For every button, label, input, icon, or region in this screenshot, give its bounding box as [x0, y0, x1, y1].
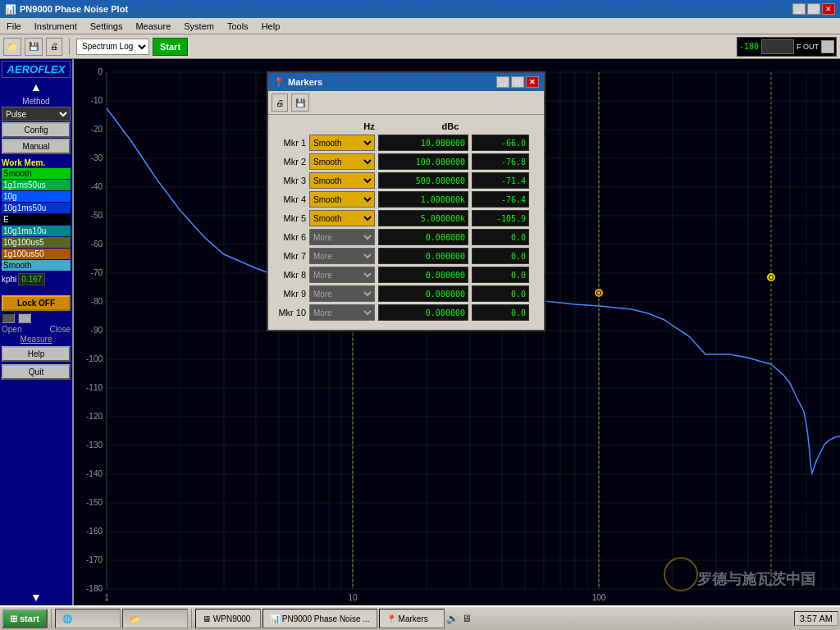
measure-link[interactable]: Measure [2, 335, 71, 344]
marker-3-type[interactable]: Smooth [309, 172, 375, 189]
taskbar-item-ie[interactable]: 🌐 [55, 609, 121, 628]
mem-item-10g1ms10u[interactable]: 10g1ms10u [2, 226, 71, 236]
help-button[interactable]: Help [2, 346, 71, 362]
display-value: -180 [739, 42, 759, 51]
marker-9-label: Mkr 9 [275, 289, 306, 299]
dialog-content: Hz dBc Mkr 1 Smooth Mkr 2 Smooth [268, 115, 544, 330]
svg-text:罗德与施瓦茨中国: 罗德与施瓦茨中国 [697, 571, 815, 587]
marker-5-type[interactable]: Smooth [309, 210, 375, 226]
menu-help[interactable]: Help [255, 20, 287, 33]
menu-instrument[interactable]: Instrument [28, 20, 84, 33]
marker-3-dbc[interactable] [472, 172, 529, 189]
display-extra-btn[interactable] [821, 40, 834, 53]
menu-settings[interactable]: Settings [84, 20, 130, 33]
marker-7-type[interactable]: More [309, 248, 375, 264]
manual-button[interactable]: Manual [2, 139, 71, 154]
open-label[interactable]: Open [2, 325, 21, 334]
toggle-left[interactable] [2, 313, 15, 323]
taskbar: ⊞ start 🌐 📂 🖥 WPN9000 📊 PN9000 Phase Noi… [0, 605, 840, 630]
taskbar-item-explorer[interactable]: 📂 [122, 609, 188, 628]
marker-row-3: Mkr 3 Smooth [275, 172, 537, 189]
start-button[interactable]: Start [153, 38, 188, 56]
marker-7-hz[interactable] [378, 248, 468, 264]
marker-5-dbc[interactable] [472, 210, 529, 226]
marker-8-label: Mkr 8 [275, 270, 306, 280]
dialog-maximize[interactable]: □ [511, 76, 524, 88]
dialog-minimize[interactable]: _ [496, 76, 509, 88]
spacer [2, 286, 71, 291]
marker-10-dbc[interactable] [472, 304, 529, 321]
folder-icon: 📂 [130, 614, 139, 623]
marker-8-dbc[interactable] [472, 267, 529, 283]
display-color-box [761, 39, 794, 54]
tray-icon-1: 🔊 [446, 613, 459, 624]
markers-dialog: 📍 Markers _ □ ✕ 🖨 💾 Hz dBc [267, 71, 546, 331]
marker-6-hz[interactable] [378, 229, 468, 245]
toolbar-btn-3[interactable]: 🖨 [46, 38, 62, 56]
method-select[interactable]: Pulse [2, 107, 71, 121]
minimize-button[interactable]: _ [792, 3, 806, 15]
taskbar-item-markers[interactable]: 📍 Markers [379, 609, 445, 628]
marker-2-type[interactable]: Smooth [309, 153, 375, 170]
mem-item-e[interactable]: E [2, 214, 71, 225]
marker-1-dbc[interactable] [472, 135, 529, 151]
mem-item-1g1ms50us[interactable]: 1g1ms50us [2, 180, 71, 190]
mem-item-10g[interactable]: 10g [2, 191, 71, 202]
marker-1-hz[interactable] [378, 135, 468, 151]
marker-9-hz[interactable] [378, 285, 468, 302]
dialog-close[interactable]: ✕ [526, 76, 539, 88]
marker-1-type[interactable]: Smooth [309, 135, 375, 151]
dbc-column-header: dBc [418, 121, 483, 131]
marker-6-label: Mkr 6 [275, 232, 306, 242]
marker-6-dbc[interactable] [472, 229, 529, 245]
mem-item-smooth2[interactable]: Smooth [2, 260, 71, 271]
mem-item-1g100us50[interactable]: 1g100us50 [2, 249, 71, 259]
close-button[interactable]: ✕ [822, 3, 835, 15]
marker-10-type[interactable]: More [309, 304, 375, 321]
marker-2-dbc[interactable] [472, 153, 529, 170]
menu-tools[interactable]: Tools [221, 20, 255, 33]
marker-1-label: Mkr 1 [275, 138, 306, 148]
main-title: 📊 PN9000 Phase Noise Plot [5, 4, 128, 15]
marker-3-hz[interactable] [378, 172, 468, 189]
marker-9-dbc[interactable] [472, 285, 529, 302]
svg-text:-120: -120 [86, 412, 103, 421]
toggle-right[interactable] [18, 313, 31, 323]
menu-system[interactable]: System [177, 20, 221, 33]
marker-6-type[interactable]: More [309, 229, 375, 245]
taskbar-item-pn9000[interactable]: 📊 PN9000 Phase Noise ... [262, 609, 377, 628]
mem-item-10g100us5[interactable]: 10g100us5 [2, 237, 71, 248]
menu-measure[interactable]: Measure [129, 20, 177, 33]
lock-button[interactable]: Lock OFF [2, 295, 71, 311]
svg-text:-10: -10 [91, 96, 103, 105]
marker-5-hz[interactable] [378, 210, 468, 226]
dialog-save-button[interactable]: 💾 [291, 94, 309, 112]
marker-4-hz[interactable] [378, 191, 468, 208]
mem-item-smooth1[interactable]: Smooth [2, 168, 71, 179]
toolbar-btn-2[interactable]: 💾 [25, 38, 43, 56]
close-label[interactable]: Close [49, 325, 71, 334]
maximize-button[interactable]: □ [807, 3, 820, 15]
marker-9-type[interactable]: More [309, 285, 375, 302]
dialog-title-left: 📍 Markers [273, 77, 322, 88]
dialog-toolbar: 🖨 💾 [268, 91, 544, 115]
marker-8-type[interactable]: More [309, 267, 375, 283]
marker-2-hz[interactable] [378, 153, 468, 170]
marker-7-dbc[interactable] [472, 248, 529, 264]
ie-icon: 🌐 [62, 614, 72, 623]
quit-button[interactable]: Quit [2, 364, 71, 380]
config-button[interactable]: Config [2, 122, 71, 138]
start-taskbar-button[interactable]: ⊞ start [2, 609, 48, 628]
spectrum-log-select[interactable]: Spectrum Log [76, 39, 149, 55]
menu-file[interactable]: File [0, 20, 28, 33]
taskbar-separator-2 [191, 609, 192, 628]
dialog-print-button[interactable]: 🖨 [272, 94, 288, 112]
marker-4-dbc[interactable] [472, 191, 529, 208]
toolbar-btn-1[interactable]: 📁 [3, 38, 21, 56]
marker-10-hz[interactable] [378, 304, 468, 321]
marker-4-type[interactable]: Smooth [309, 191, 375, 208]
display-panel: -180 F OUT [737, 37, 837, 57]
taskbar-item-wpn9000[interactable]: 🖥 WPN9000 [195, 609, 261, 628]
marker-8-hz[interactable] [378, 267, 468, 283]
mem-item-10g1ms50u[interactable]: 10g1ms50u [2, 203, 71, 213]
